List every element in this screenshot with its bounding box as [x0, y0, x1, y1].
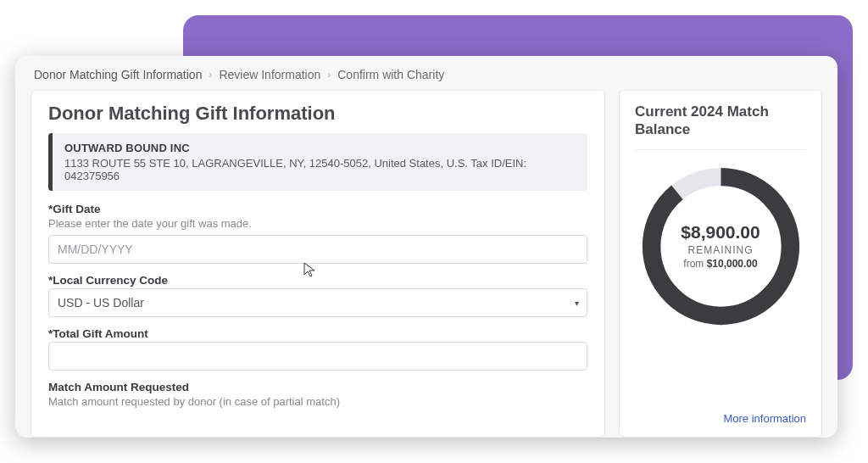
page-title: Donor Matching Gift Information: [48, 103, 587, 125]
gift-date-label: *Gift Date: [48, 203, 587, 215]
match-requested-label: Match Amount Requested: [48, 381, 587, 393]
remaining-from: from $10,000.00: [683, 258, 757, 270]
breadcrumb-step-3[interactable]: Confirm with Charity: [337, 68, 444, 81]
chevron-right-icon: ›: [327, 69, 331, 81]
app-window: Donor Matching Gift Information › Review…: [15, 56, 837, 438]
side-panel: Current 2024 Match Balance $8,900.00 REM…: [619, 90, 822, 438]
breadcrumb-step-1[interactable]: Donor Matching Gift Information: [34, 68, 202, 81]
chevron-right-icon: ›: [209, 69, 212, 81]
breadcrumb-step-2[interactable]: Review Information: [219, 68, 320, 81]
more-information-link[interactable]: More information: [635, 405, 806, 425]
divider: [635, 149, 806, 150]
main-panel: Donor Matching Gift Information OUTWARD …: [31, 90, 605, 438]
balance-donut: $8,900.00 REMAINING from $10,000.00: [635, 164, 806, 329]
field-total-amount: *Total Gift Amount: [48, 327, 587, 371]
remaining-label: REMAINING: [687, 244, 753, 256]
charity-address: 1133 ROUTE 55 STE 10, LAGRANGEVILLE, NY,…: [64, 157, 576, 182]
gift-date-input[interactable]: [48, 235, 587, 264]
field-currency: *Local Currency Code USD - US Dollar ▾: [48, 274, 587, 317]
currency-label: *Local Currency Code: [48, 274, 587, 287]
field-match-requested: Match Amount Requested Match amount requ…: [48, 381, 587, 408]
content-area: Donor Matching Gift Information OUTWARD …: [15, 90, 837, 438]
field-gift-date: *Gift Date Please enter the date your gi…: [48, 203, 587, 264]
balance-title: Current 2024 Match Balance: [635, 103, 806, 139]
breadcrumb: Donor Matching Gift Information › Review…: [15, 56, 837, 90]
charity-name: OUTWARD BOUND INC: [64, 142, 576, 154]
remaining-amount: $8,900.00: [681, 222, 760, 243]
donut-center: $8,900.00 REMAINING from $10,000.00: [638, 164, 804, 329]
total-amount-label: *Total Gift Amount: [48, 327, 587, 340]
currency-select[interactable]: USD - US Dollar: [48, 288, 587, 317]
match-requested-help: Match amount requested by donor (in case…: [48, 395, 587, 408]
gift-date-help: Please enter the date your gift was made…: [48, 217, 587, 230]
charity-info-block: OUTWARD BOUND INC 1133 ROUTE 55 STE 10, …: [48, 133, 587, 191]
total-amount-input[interactable]: [48, 342, 587, 371]
